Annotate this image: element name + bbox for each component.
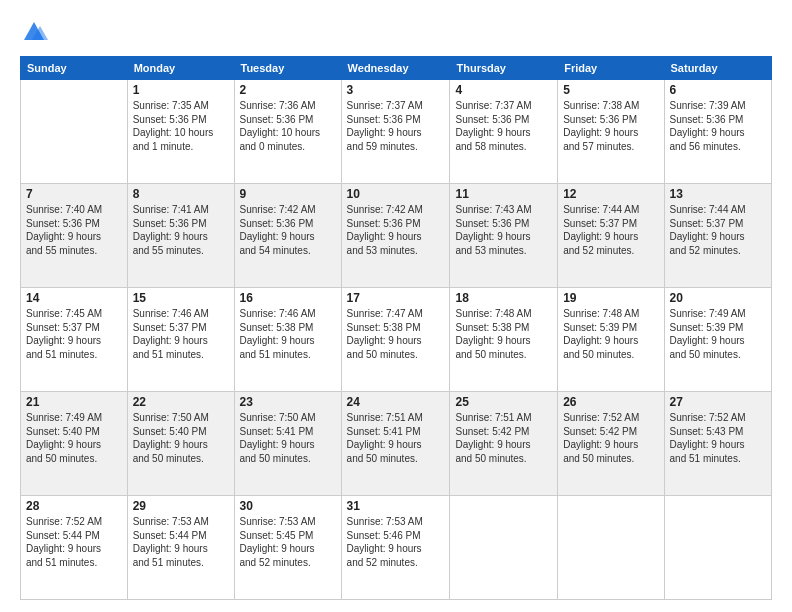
logo [20,18,50,46]
day-info: Sunrise: 7:44 AM Sunset: 5:37 PM Dayligh… [563,203,658,257]
calendar-cell: 13Sunrise: 7:44 AM Sunset: 5:37 PM Dayli… [664,184,771,288]
day-number: 24 [347,395,445,409]
day-number: 20 [670,291,766,305]
day-info: Sunrise: 7:47 AM Sunset: 5:38 PM Dayligh… [347,307,445,361]
calendar-cell: 11Sunrise: 7:43 AM Sunset: 5:36 PM Dayli… [450,184,558,288]
calendar-week-row: 1Sunrise: 7:35 AM Sunset: 5:36 PM Daylig… [21,80,772,184]
day-number: 6 [670,83,766,97]
day-number: 30 [240,499,336,513]
calendar-cell: 16Sunrise: 7:46 AM Sunset: 5:38 PM Dayli… [234,288,341,392]
calendar-cell: 8Sunrise: 7:41 AM Sunset: 5:36 PM Daylig… [127,184,234,288]
day-number: 12 [563,187,658,201]
day-info: Sunrise: 7:50 AM Sunset: 5:40 PM Dayligh… [133,411,229,465]
day-number: 11 [455,187,552,201]
day-number: 23 [240,395,336,409]
day-info: Sunrise: 7:38 AM Sunset: 5:36 PM Dayligh… [563,99,658,153]
calendar-cell: 9Sunrise: 7:42 AM Sunset: 5:36 PM Daylig… [234,184,341,288]
day-info: Sunrise: 7:53 AM Sunset: 5:44 PM Dayligh… [133,515,229,569]
calendar-cell: 5Sunrise: 7:38 AM Sunset: 5:36 PM Daylig… [558,80,664,184]
day-info: Sunrise: 7:37 AM Sunset: 5:36 PM Dayligh… [347,99,445,153]
day-number: 9 [240,187,336,201]
day-info: Sunrise: 7:52 AM Sunset: 5:42 PM Dayligh… [563,411,658,465]
calendar-cell: 2Sunrise: 7:36 AM Sunset: 5:36 PM Daylig… [234,80,341,184]
day-number: 21 [26,395,122,409]
calendar-cell: 25Sunrise: 7:51 AM Sunset: 5:42 PM Dayli… [450,392,558,496]
day-number: 25 [455,395,552,409]
day-number: 7 [26,187,122,201]
header [20,18,772,46]
day-info: Sunrise: 7:42 AM Sunset: 5:36 PM Dayligh… [240,203,336,257]
calendar-header-row: SundayMondayTuesdayWednesdayThursdayFrid… [21,57,772,80]
calendar-cell: 21Sunrise: 7:49 AM Sunset: 5:40 PM Dayli… [21,392,128,496]
weekday-header: Monday [127,57,234,80]
day-info: Sunrise: 7:35 AM Sunset: 5:36 PM Dayligh… [133,99,229,153]
day-info: Sunrise: 7:49 AM Sunset: 5:39 PM Dayligh… [670,307,766,361]
day-info: Sunrise: 7:43 AM Sunset: 5:36 PM Dayligh… [455,203,552,257]
calendar-cell: 20Sunrise: 7:49 AM Sunset: 5:39 PM Dayli… [664,288,771,392]
day-info: Sunrise: 7:41 AM Sunset: 5:36 PM Dayligh… [133,203,229,257]
calendar-cell: 6Sunrise: 7:39 AM Sunset: 5:36 PM Daylig… [664,80,771,184]
calendar-cell: 27Sunrise: 7:52 AM Sunset: 5:43 PM Dayli… [664,392,771,496]
day-number: 18 [455,291,552,305]
day-number: 5 [563,83,658,97]
day-info: Sunrise: 7:52 AM Sunset: 5:43 PM Dayligh… [670,411,766,465]
page: SundayMondayTuesdayWednesdayThursdayFrid… [0,0,792,612]
calendar-cell: 12Sunrise: 7:44 AM Sunset: 5:37 PM Dayli… [558,184,664,288]
day-number: 17 [347,291,445,305]
day-info: Sunrise: 7:51 AM Sunset: 5:42 PM Dayligh… [455,411,552,465]
weekday-header: Friday [558,57,664,80]
calendar-cell [664,496,771,600]
day-info: Sunrise: 7:52 AM Sunset: 5:44 PM Dayligh… [26,515,122,569]
day-number: 29 [133,499,229,513]
day-info: Sunrise: 7:36 AM Sunset: 5:36 PM Dayligh… [240,99,336,153]
day-number: 27 [670,395,766,409]
day-info: Sunrise: 7:45 AM Sunset: 5:37 PM Dayligh… [26,307,122,361]
day-info: Sunrise: 7:53 AM Sunset: 5:45 PM Dayligh… [240,515,336,569]
day-number: 2 [240,83,336,97]
day-number: 4 [455,83,552,97]
calendar-week-row: 7Sunrise: 7:40 AM Sunset: 5:36 PM Daylig… [21,184,772,288]
calendar-cell: 14Sunrise: 7:45 AM Sunset: 5:37 PM Dayli… [21,288,128,392]
day-number: 8 [133,187,229,201]
day-info: Sunrise: 7:49 AM Sunset: 5:40 PM Dayligh… [26,411,122,465]
day-info: Sunrise: 7:53 AM Sunset: 5:46 PM Dayligh… [347,515,445,569]
calendar-cell: 15Sunrise: 7:46 AM Sunset: 5:37 PM Dayli… [127,288,234,392]
day-number: 3 [347,83,445,97]
weekday-header: Tuesday [234,57,341,80]
day-number: 15 [133,291,229,305]
calendar-cell: 22Sunrise: 7:50 AM Sunset: 5:40 PM Dayli… [127,392,234,496]
day-number: 26 [563,395,658,409]
weekday-header: Saturday [664,57,771,80]
day-info: Sunrise: 7:51 AM Sunset: 5:41 PM Dayligh… [347,411,445,465]
day-info: Sunrise: 7:42 AM Sunset: 5:36 PM Dayligh… [347,203,445,257]
calendar-cell: 1Sunrise: 7:35 AM Sunset: 5:36 PM Daylig… [127,80,234,184]
day-info: Sunrise: 7:39 AM Sunset: 5:36 PM Dayligh… [670,99,766,153]
calendar-cell [558,496,664,600]
weekday-header: Sunday [21,57,128,80]
day-info: Sunrise: 7:37 AM Sunset: 5:36 PM Dayligh… [455,99,552,153]
day-number: 13 [670,187,766,201]
calendar-cell: 17Sunrise: 7:47 AM Sunset: 5:38 PM Dayli… [341,288,450,392]
day-number: 10 [347,187,445,201]
calendar-week-row: 21Sunrise: 7:49 AM Sunset: 5:40 PM Dayli… [21,392,772,496]
day-number: 31 [347,499,445,513]
day-number: 1 [133,83,229,97]
calendar-cell: 3Sunrise: 7:37 AM Sunset: 5:36 PM Daylig… [341,80,450,184]
calendar-cell: 30Sunrise: 7:53 AM Sunset: 5:45 PM Dayli… [234,496,341,600]
day-info: Sunrise: 7:48 AM Sunset: 5:38 PM Dayligh… [455,307,552,361]
day-number: 19 [563,291,658,305]
calendar-week-row: 28Sunrise: 7:52 AM Sunset: 5:44 PM Dayli… [21,496,772,600]
logo-icon [20,18,48,46]
calendar-cell: 31Sunrise: 7:53 AM Sunset: 5:46 PM Dayli… [341,496,450,600]
weekday-header: Wednesday [341,57,450,80]
day-info: Sunrise: 7:40 AM Sunset: 5:36 PM Dayligh… [26,203,122,257]
calendar-cell: 26Sunrise: 7:52 AM Sunset: 5:42 PM Dayli… [558,392,664,496]
calendar-cell: 28Sunrise: 7:52 AM Sunset: 5:44 PM Dayli… [21,496,128,600]
calendar-cell [450,496,558,600]
day-info: Sunrise: 7:44 AM Sunset: 5:37 PM Dayligh… [670,203,766,257]
day-number: 16 [240,291,336,305]
calendar-cell: 7Sunrise: 7:40 AM Sunset: 5:36 PM Daylig… [21,184,128,288]
weekday-header: Thursday [450,57,558,80]
calendar-cell: 10Sunrise: 7:42 AM Sunset: 5:36 PM Dayli… [341,184,450,288]
calendar-cell: 4Sunrise: 7:37 AM Sunset: 5:36 PM Daylig… [450,80,558,184]
